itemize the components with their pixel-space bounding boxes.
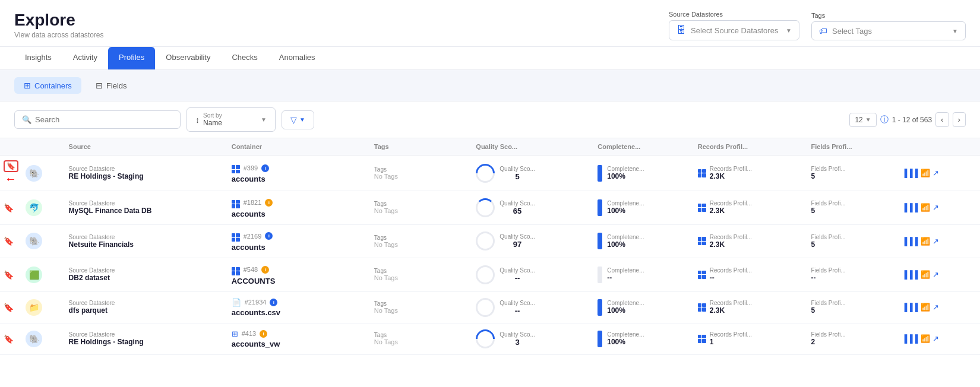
tags-label: Tags — [811, 12, 966, 19]
source-cell: Source Datastore Netsuite Financials — [63, 224, 226, 258]
records-cell: Records Profil... -- — [692, 258, 805, 292]
ds-icon: 🐘 — [26, 165, 42, 182]
col-completeness: Completene... — [592, 138, 692, 156]
source-datastores-label: Source Datastores — [669, 11, 799, 18]
fields-cell: Fields Profi... -- — [805, 258, 896, 292]
bar-chart-icon[interactable]: ▐▐▐ — [902, 169, 918, 177]
tab-activity[interactable]: Activity — [62, 47, 108, 69]
container-cell: ⊞ #413 i accounts_vw — [226, 323, 368, 354]
filter-button[interactable]: ▽ ▼ — [282, 110, 314, 129]
prev-page-button[interactable]: ‹ — [935, 112, 949, 127]
container-cell: #548 i ACCOUNTS — [226, 258, 368, 292]
page-size-select[interactable]: 12 ▼ — [849, 113, 876, 127]
bar-chart-icon[interactable]: ▐▐▐ — [902, 270, 918, 279]
pagination-controls: 12 ▼ ⓘ 1 - 12 of 563 ‹ › — [849, 112, 966, 127]
container-cell: #1821 i accounts — [226, 191, 368, 225]
bookmark-highlighted[interactable]: 🔖 — [4, 160, 18, 172]
bookmark-icon[interactable]: 🔖 — [4, 203, 14, 212]
action-cell: ▐▐▐ 📶 ↗ — [896, 291, 980, 323]
page-title: Explore — [14, 11, 104, 30]
search-input[interactable] — [35, 115, 173, 124]
bookmark-icon[interactable]: 🔖 — [4, 270, 14, 280]
data-table: Source Container Tags Quality Sco... Com… — [0, 138, 980, 355]
source-label: Source Datastore — [69, 200, 220, 207]
fields-cell: Fields Profi... 5 — [805, 291, 896, 323]
fields-label: Fields Profi... — [811, 166, 890, 172]
completeness-label: Completene... — [607, 267, 644, 274]
sort-by-label: Sort by — [203, 112, 222, 119]
records-value: 2.3K — [710, 306, 752, 315]
trend-icon[interactable]: ↗ — [932, 203, 939, 212]
ds-icon: 🟩 — [26, 267, 42, 283]
signal-icon[interactable]: 📶 — [921, 334, 930, 343]
col-bookmark — [0, 138, 22, 156]
tags-select[interactable]: 🏷 Select Tags ▼ — [811, 21, 966, 40]
source-datastores-placeholder: Select Source Datastores — [691, 26, 781, 35]
bookmark-icon[interactable]: 🔖 — [4, 334, 14, 344]
trend-icon[interactable]: ↗ — [932, 303, 939, 312]
bar-chart-icon[interactable]: ▐▐▐ — [902, 303, 918, 312]
ds-icon: 🐬 — [26, 199, 42, 216]
bookmark-icon[interactable]: 🔖 — [4, 236, 14, 246]
fields-cell: Fields Profi... 5 — [805, 191, 896, 225]
tab-profiles[interactable]: Profiles — [108, 47, 155, 69]
container-cell: #2169 i accounts — [226, 224, 368, 258]
nav-tabs: Insights Activity Profiles Observability… — [0, 47, 980, 70]
fields-value: 5 — [811, 172, 890, 180]
tags-label: Tags — [374, 300, 464, 307]
col-records: Records Profil... — [692, 138, 805, 156]
info-dot: i — [265, 232, 273, 240]
page-size-value: 12 — [855, 116, 862, 124]
tab-insights[interactable]: Insights — [14, 47, 62, 69]
source-name: RE Holdings - Staging — [69, 172, 220, 180]
tags-cell: Tags No Tags — [368, 156, 470, 191]
bookmark-cell: 🔖 — [0, 323, 22, 354]
tab-observability[interactable]: Observability — [155, 47, 221, 69]
container-cell: #399 i accounts — [226, 156, 368, 191]
bar-chart-icon[interactable]: ▐▐▐ — [902, 237, 918, 246]
chevron-down-icon: ▼ — [952, 28, 958, 34]
tab-anomalies[interactable]: Anomalies — [268, 47, 326, 69]
source-datastores-select[interactable]: 🗄 Select Source Datastores ▼ — [669, 20, 799, 40]
signal-icon[interactable]: 📶 — [921, 169, 930, 177]
col-tags: Tags — [368, 138, 470, 156]
records-cell: Records Profil... 2.3K — [692, 191, 805, 225]
records-grid-icon — [698, 237, 706, 245]
tab-checks[interactable]: Checks — [221, 47, 268, 69]
search-box[interactable]: 🔍 — [14, 110, 181, 129]
tags-cell: Tags No Tags — [368, 323, 470, 354]
trend-icon[interactable]: ↗ — [932, 169, 939, 177]
sub-nav-containers[interactable]: ⊞ Containers — [14, 77, 81, 94]
fields-value: 5 — [811, 240, 890, 249]
source-cell: Source Datastore dfs parquet — [63, 291, 226, 323]
next-page-button[interactable]: › — [953, 112, 966, 127]
signal-icon[interactable]: 📶 — [921, 270, 930, 279]
signal-icon[interactable]: 📶 — [921, 237, 930, 246]
bookmark-icon[interactable]: 🔖 — [4, 303, 14, 312]
table-id-num: #399 — [244, 164, 258, 172]
bar-chart-icon[interactable]: ▐▐▐ — [902, 334, 918, 343]
quality-score-value: -- — [500, 306, 535, 315]
table-name: accounts_vw — [232, 340, 280, 348]
quality-cell: Quality Sco... 65 — [470, 191, 592, 225]
trend-icon[interactable]: ↗ — [932, 237, 939, 246]
records-label: Records Profil... — [710, 166, 752, 172]
bar-chart-icon[interactable]: ▐▐▐ — [902, 203, 918, 212]
signal-icon[interactable]: 📶 — [921, 303, 930, 312]
records-cell: Records Profil... 1 — [692, 323, 805, 354]
trend-icon[interactable]: ↗ — [932, 270, 939, 279]
completeness-cell: Completene... 100% — [592, 191, 692, 225]
source-cell: Source Datastore DB2 dataset — [63, 258, 226, 292]
sub-nav-fields[interactable]: ⊟ Fields — [86, 77, 137, 94]
completeness-value: 100% — [607, 338, 644, 346]
quality-score-label: Quality Sco... — [500, 267, 535, 274]
fields-label: Fields — [106, 81, 127, 90]
records-label: Records Profil... — [710, 200, 752, 207]
trend-icon[interactable]: ↗ — [932, 334, 939, 343]
sort-select[interactable]: ↕ Sort by Name ▼ — [186, 107, 276, 132]
quality-score-value: 65 — [500, 207, 535, 215]
signal-icon[interactable]: 📶 — [921, 203, 930, 212]
quality-score-label: Quality Sco... — [500, 200, 535, 207]
quality-score-value: 97 — [500, 240, 535, 249]
filters-section: Source Datastores 🗄 Select Source Datast… — [669, 11, 966, 40]
